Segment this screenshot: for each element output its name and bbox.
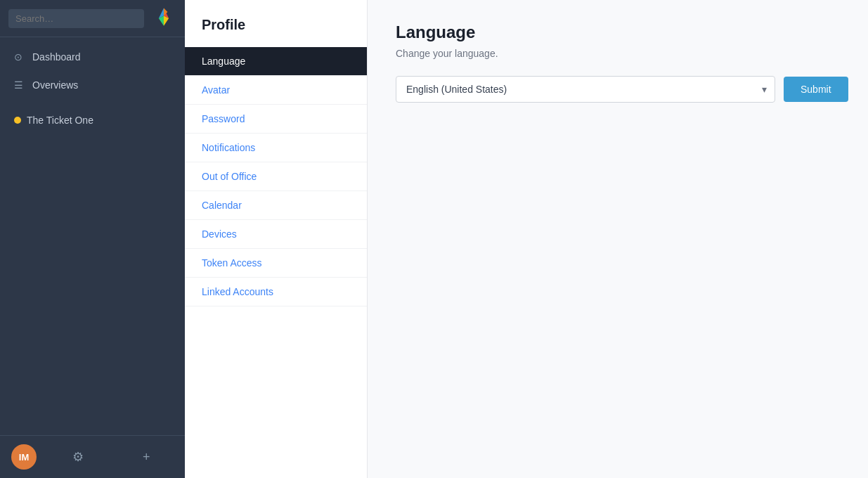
page-title: Language <box>396 22 840 42</box>
profile-nav-item-calendar[interactable]: Calendar <box>185 191 367 220</box>
sidebar: ⊙ Dashboard ☰ Overviews The Ticket One I… <box>0 0 185 478</box>
language-select-row: English (United States) English (United … <box>396 76 840 103</box>
sidebar-item-dashboard[interactable]: ⊙ Dashboard <box>0 43 185 71</box>
sidebar-item-the-ticket-one[interactable]: The Ticket One <box>11 109 174 131</box>
language-select-wrapper: English (United States) English (United … <box>396 76 775 103</box>
search-input[interactable] <box>8 9 144 28</box>
submit-button[interactable]: Submit <box>784 77 848 102</box>
dashboard-icon: ⊙ <box>11 50 25 64</box>
workspace-dot <box>14 117 21 124</box>
profile-nav-item-password[interactable]: Password <box>185 105 367 134</box>
sidebar-item-dashboard-label: Dashboard <box>32 51 81 63</box>
sidebar-item-overviews[interactable]: ☰ Overviews <box>0 71 185 99</box>
add-icon[interactable]: + <box>119 450 174 465</box>
main-content: Language Change your language. English (… <box>368 0 868 478</box>
profile-nav-title: Profile <box>185 17 367 47</box>
sidebar-workspaces: The Ticket One <box>0 105 185 136</box>
settings-icon[interactable]: ⚙ <box>51 449 105 465</box>
profile-nav-item-language[interactable]: Language <box>185 47 367 76</box>
profile-nav-item-avatar[interactable]: Avatar <box>185 76 367 105</box>
overviews-icon: ☰ <box>11 78 25 92</box>
sidebar-bottom: IM ⚙ + <box>0 435 185 478</box>
user-avatar[interactable]: IM <box>11 444 37 470</box>
profile-nav-item-out-of-office[interactable]: Out of Office <box>185 162 367 191</box>
profile-nav-item-notifications[interactable]: Notifications <box>185 134 367 162</box>
page-description: Change your language. <box>396 48 840 59</box>
profile-nav-item-token-access[interactable]: Token Access <box>185 249 367 278</box>
workspace-label: The Ticket One <box>27 115 93 126</box>
profile-nav-item-linked-accounts[interactable]: Linked Accounts <box>185 278 367 306</box>
avatar-initials: IM <box>19 452 29 463</box>
sidebar-header <box>0 0 185 37</box>
logo-icon <box>151 6 176 31</box>
language-select[interactable]: English (United States) English (United … <box>396 76 775 103</box>
profile-nav-item-devices[interactable]: Devices <box>185 220 367 249</box>
profile-nav: Profile Language Avatar Password Notific… <box>185 0 368 478</box>
sidebar-nav: ⊙ Dashboard ☰ Overviews <box>0 37 185 105</box>
sidebar-item-overviews-label: Overviews <box>32 79 78 91</box>
